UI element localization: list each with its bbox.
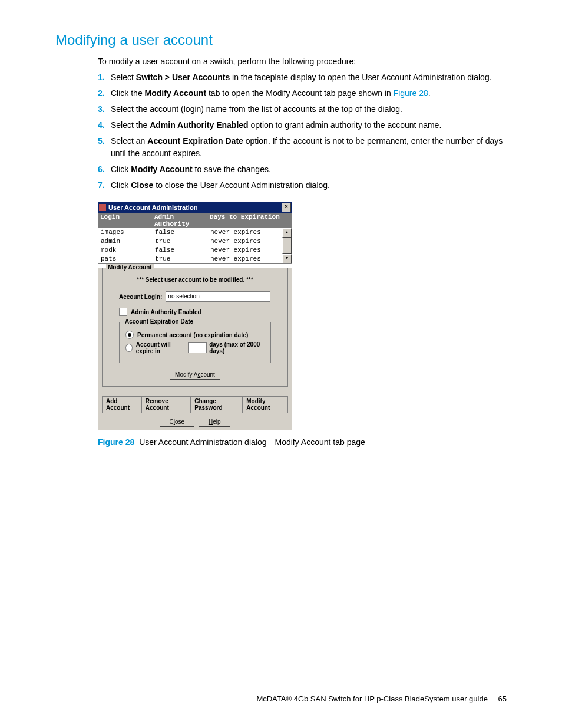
dialog-title: User Account Administration — [108, 204, 282, 211]
cell-exp: never expires — [210, 255, 282, 263]
text: option to grant admin authority to the a… — [249, 120, 442, 130]
tab-add-account[interactable]: Add Account — [102, 396, 141, 413]
admin-authority-label: Admin Authority Enabled — [131, 309, 201, 315]
close-button[interactable]: Close — [160, 417, 195, 427]
account-list-header: Login Admin Authority Days to Expiration — [98, 213, 292, 228]
text: Click — [111, 180, 131, 190]
account-login-label: Account Login: — [119, 294, 162, 300]
page-footer: McDATA® 4Gb SAN Switch for HP p-Class Bl… — [256, 694, 507, 703]
option-name: Account Expiration Date — [147, 136, 243, 146]
button-name: Modify Account — [131, 164, 192, 174]
expire-days-field[interactable] — [188, 342, 207, 353]
cell-login: rodk — [98, 246, 155, 255]
btn-label: Modify Account — [175, 371, 215, 378]
account-expire-suffix: days (max of 2000 days) — [209, 341, 265, 354]
menu-path: Switch > User Accounts — [136, 73, 230, 82]
text: to close the User Account Administration… — [153, 180, 330, 190]
user-account-admin-dialog: User Account Administration × Login Admi… — [98, 202, 292, 430]
text: Select the — [111, 120, 150, 130]
app-icon — [99, 204, 106, 211]
help-button[interactable]: Help — [199, 417, 231, 427]
column-login: Login — [98, 213, 154, 228]
dialog-titlebar: User Account Administration × — [98, 202, 292, 213]
cell-exp: never expires — [210, 228, 282, 237]
text: Select an — [111, 136, 147, 146]
step-5: Select an Account Expiration Date option… — [98, 135, 507, 160]
footer-text: McDATA® 4Gb SAN Switch for HP p-Class Bl… — [256, 694, 488, 703]
step-6: Click Modify Account to save the changes… — [98, 163, 507, 176]
column-days-to-expiration: Days to Expiration — [210, 213, 292, 228]
account-list: images false never expires admin true ne… — [98, 228, 292, 264]
text: . — [428, 88, 431, 98]
cell-auth: true — [155, 255, 210, 263]
cell-auth: true — [155, 237, 210, 246]
text: Click the — [111, 88, 145, 98]
tab-change-password[interactable]: Change Password — [190, 396, 242, 413]
scroll-up-icon[interactable]: ▴ — [282, 228, 292, 238]
table-row[interactable]: images false never expires — [98, 228, 282, 237]
btn-label: Help — [209, 419, 221, 425]
text: Click — [111, 164, 131, 174]
table-row[interactable]: rodk false never expires — [98, 246, 282, 255]
account-expire-radio[interactable] — [125, 344, 133, 352]
account-login-field[interactable]: no selection — [166, 291, 270, 302]
procedure-list: Select Switch > User Accounts in the fac… — [98, 71, 507, 192]
text: in the faceplate display to open the Use… — [230, 73, 491, 82]
section-heading: Modifying a user account — [55, 32, 507, 48]
tab-modify-account[interactable]: Modify Account — [242, 396, 288, 413]
column-admin-authority: Admin Authority — [154, 213, 210, 228]
scroll-down-icon[interactable]: ▾ — [282, 254, 292, 263]
select-account-hint: *** Select user account to be modified. … — [108, 276, 282, 283]
intro-text: To modify a user account on a switch, pe… — [98, 55, 507, 68]
tab-name: Modify Account — [145, 88, 206, 98]
cell-exp: never expires — [210, 237, 282, 246]
permanent-account-label: Permanent account (no expiration date) — [137, 332, 248, 338]
scroll-track[interactable] — [282, 238, 292, 254]
table-row[interactable]: pats true never expires — [98, 255, 282, 263]
page-number: 65 — [498, 694, 507, 703]
cell-login: pats — [98, 255, 155, 263]
dialog-tabs: Add Account Remove Account Change Passwo… — [98, 393, 292, 413]
figure-link[interactable]: Figure 28 — [394, 88, 428, 98]
step-1: Select Switch > User Accounts in the fac… — [98, 71, 507, 84]
step-2: Click the Modify Account tab to open the… — [98, 87, 507, 100]
caption-text: User Account Administration dialog—Modif… — [137, 437, 365, 447]
step-4: Select the Admin Authority Enabled optio… — [98, 119, 507, 131]
scroll-thumb[interactable] — [282, 238, 292, 254]
modify-account-group: Modify Account *** Select user account t… — [102, 268, 288, 387]
admin-authority-checkbox[interactable] — [119, 308, 127, 316]
group-legend: Modify Account — [106, 264, 154, 271]
close-icon[interactable]: × — [282, 203, 291, 212]
table-row[interactable]: admin true never expires — [98, 237, 282, 246]
button-name: Close — [131, 180, 153, 190]
cell-login: admin — [98, 237, 155, 246]
scrollbar[interactable]: ▴ ▾ — [282, 228, 292, 263]
cell-exp: never expires — [210, 246, 282, 255]
text: tab to open the Modify Account tab page … — [206, 88, 394, 98]
btn-label: Close — [170, 419, 185, 425]
step-3: Select the account (login) name from the… — [98, 103, 507, 116]
modify-account-button[interactable]: Modify Account — [170, 370, 220, 380]
text: Select — [111, 73, 136, 82]
expiration-group: Account Expiration Date Permanent accoun… — [119, 322, 271, 363]
option-name: Admin Authority Enabled — [150, 120, 248, 130]
figure-caption: Figure 28 User Account Administration di… — [98, 437, 507, 447]
text: to save the changes. — [193, 164, 271, 174]
figure-number: Figure 28 — [98, 437, 134, 447]
permanent-account-radio[interactable] — [125, 331, 134, 339]
cell-auth: false — [155, 246, 210, 255]
tab-remove-account[interactable]: Remove Account — [141, 396, 190, 413]
group-legend: Account Expiration Date — [123, 318, 195, 325]
cell-login: images — [98, 228, 155, 237]
step-7: Click Close to close the User Account Ad… — [98, 179, 507, 192]
account-expire-prefix: Account will expire in — [136, 341, 186, 354]
cell-auth: false — [155, 228, 210, 237]
